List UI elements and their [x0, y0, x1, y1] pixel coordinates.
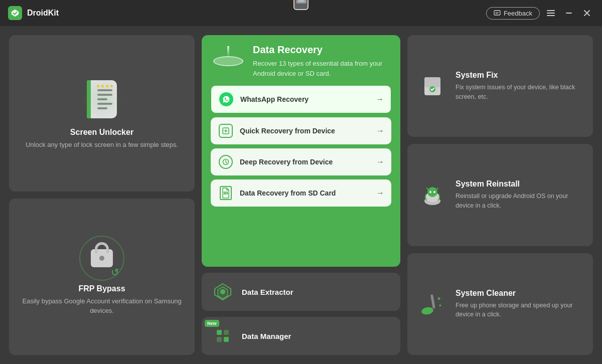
system-reinstall-title: System Reinstall [456, 179, 583, 189]
frp-bypass-icon: ↺ [82, 238, 122, 278]
system-cleaner-card[interactable]: ✦ ✦ System Cleaner Free up phone storage… [407, 253, 593, 355]
window-controls: Feedback [486, 6, 594, 20]
whatsapp-recovery-label: WhatsApp Recovery [240, 95, 370, 103]
system-fix-info: System Fix Fix system issues of your dev… [456, 71, 583, 102]
screen-unlocker-card[interactable]: ★★★★ Screen Unlocker Unlock any type of … [9, 35, 195, 192]
svg-rect-2 [547, 13, 555, 14]
svg-rect-10 [227, 192, 228, 195]
frp-bypass-card[interactable]: ↺ FRP Bypass Easily bypass Google Accoun… [9, 199, 195, 355]
system-cleaner-info: System Cleaner Free up phone storage and… [456, 289, 583, 320]
svg-point-25 [433, 191, 435, 193]
system-fix-card[interactable]: System Fix Fix system issues of your dev… [407, 35, 593, 137]
minimize-button[interactable] [562, 6, 576, 20]
app-name: DroidKit [27, 9, 59, 18]
data-manager-label: Data Manager [242, 332, 291, 340]
frp-bypass-desc: Easily bypass Google Account verificatio… [19, 296, 185, 316]
data-manager-icon [211, 324, 235, 348]
svg-point-23 [427, 187, 437, 197]
screen-unlocker-icon: ★★★★ [82, 77, 122, 122]
screen-unlocker-title: Screen Unlocker [70, 128, 133, 137]
whatsapp-recovery-item[interactable]: WhatsApp Recovery → [211, 85, 391, 113]
data-extractor-label: Data Extractor [242, 288, 293, 296]
system-cleaner-desc: Free up phone storage and speed up your … [456, 301, 583, 320]
main-content: ★★★★ Screen Unlocker Unlock any type of … [0, 26, 602, 364]
quick-recovery-item[interactable]: Quick Recovery from Device → [211, 117, 391, 144]
svg-point-24 [429, 191, 431, 193]
svg-rect-4 [566, 13, 572, 14]
sd-card-recovery-arrow: → [376, 189, 384, 198]
feedback-label: Feedback [504, 10, 532, 17]
left-column: ★★★★ Screen Unlocker Unlock any type of … [9, 35, 195, 355]
app-logo [8, 6, 22, 20]
data-recovery-desc: Recover 13 types of essential data from … [253, 59, 391, 78]
deep-recovery-arrow: → [376, 157, 384, 166]
system-cleaner-icon: ✦ ✦ [417, 289, 447, 319]
svg-point-6 [225, 130, 227, 132]
svg-rect-9 [225, 192, 226, 195]
feedback-button[interactable]: Feedback [486, 7, 540, 20]
svg-rect-1 [547, 10, 555, 11]
data-manager-wrapper: Data Manager New [202, 317, 400, 355]
svg-rect-14 [217, 330, 222, 335]
screen-unlocker-desc: Unlock any type of lock screen in a few … [26, 140, 178, 150]
svg-rect-3 [547, 15, 555, 16]
new-badge: New [205, 320, 219, 327]
deep-recovery-icon [218, 154, 234, 170]
quick-recovery-icon [218, 123, 234, 139]
system-fix-desc: Fix system issues of your device, like b… [456, 83, 583, 102]
data-manager-card[interactable]: Data Manager [202, 317, 400, 355]
svg-rect-15 [224, 330, 229, 335]
menu-button[interactable] [544, 6, 558, 20]
system-reinstall-info: System Reinstall Reinstall or upgrade An… [456, 179, 583, 211]
sd-card-icon [218, 185, 234, 201]
sd-card-recovery-label: Data Recovery from SD Card [240, 189, 370, 197]
close-button[interactable] [580, 6, 594, 20]
whatsapp-icon [218, 91, 234, 107]
data-recovery-card[interactable]: 🤖 Data Recovery Recover 13 types of esse… [202, 35, 400, 267]
data-extractor-icon [211, 280, 235, 304]
data-recovery-icon: 🤖 [211, 44, 246, 66]
system-reinstall-icon [417, 180, 447, 210]
svg-point-13 [220, 289, 225, 294]
whatsapp-recovery-arrow: → [376, 95, 384, 104]
sd-card-recovery-item[interactable]: Data Recovery from SD Card → [211, 179, 391, 207]
system-reinstall-card[interactable]: System Reinstall Reinstall or upgrade An… [407, 144, 593, 246]
svg-text:✦: ✦ [436, 295, 441, 302]
system-fix-icon [417, 71, 447, 101]
svg-rect-16 [217, 337, 222, 342]
deep-recovery-item[interactable]: Deep Recovery from Device → [211, 148, 391, 175]
svg-rect-19 [424, 77, 440, 87]
middle-column: 🤖 Data Recovery Recover 13 types of esse… [202, 35, 400, 355]
svg-rect-8 [224, 192, 225, 195]
deep-recovery-label: Deep Recovery from Device [240, 158, 370, 166]
frp-bypass-title: FRP Bypass [78, 284, 125, 293]
right-column: System Fix Fix system issues of your dev… [407, 35, 593, 355]
data-recovery-info: Data Recovery Recover 13 types of essent… [253, 44, 391, 78]
system-reinstall-desc: Reinstall or upgrade Android OS on your … [456, 192, 583, 211]
quick-recovery-arrow: → [376, 126, 384, 135]
data-recovery-title: Data Recovery [253, 44, 391, 56]
data-extractor-card[interactable]: Data Extractor [202, 273, 400, 311]
svg-rect-26 [430, 294, 435, 308]
quick-recovery-label: Quick Recovery from Device [240, 127, 370, 135]
svg-point-27 [421, 306, 434, 315]
svg-text:✦: ✦ [438, 303, 442, 308]
system-cleaner-title: System Cleaner [456, 289, 583, 298]
system-fix-title: System Fix [456, 71, 583, 80]
svg-rect-17 [224, 337, 229, 342]
